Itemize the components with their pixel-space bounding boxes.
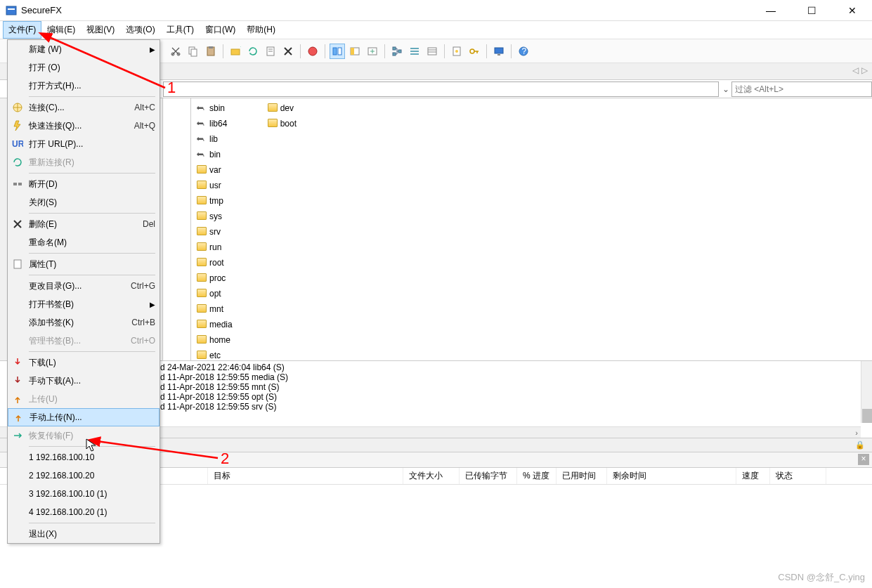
menu-item[interactable]: 2 192.168.100.20: [8, 466, 160, 485]
menu-选项(O)[interactable]: 选项(O): [120, 21, 160, 39]
file-item[interactable]: media: [197, 318, 233, 332]
menu-item[interactable]: 手动上传(N)...: [8, 408, 160, 426]
svg-rect-39: [14, 260, 21, 268]
toolbar-help-icon[interactable]: ?: [516, 44, 531, 59]
menu-item[interactable]: 4 192.168.100.20 (1): [8, 503, 160, 521]
file-item[interactable]: tmp: [197, 194, 233, 208]
menu-item[interactable]: 连接(C)...Alt+C: [8, 98, 160, 117]
transfer-col-header[interactable]: 状态: [770, 468, 826, 484]
path-dropdown-icon[interactable]: ⌄: [720, 84, 731, 94]
file-item[interactable]: home: [197, 333, 233, 347]
transfer-col-header[interactable]: 速度: [736, 468, 770, 484]
globe-icon: [11, 102, 25, 113]
file-name: etc: [209, 351, 221, 360]
toolbar-options-icon[interactable]: [449, 44, 464, 59]
upload2-icon: [11, 412, 25, 423]
file-item[interactable]: proc: [197, 271, 233, 285]
log-line: d 24-Mar-2021 22:46:04 lib64 (S): [160, 362, 869, 372]
menu-item[interactable]: 删除(E)Del: [8, 215, 160, 233]
menu-item[interactable]: 1 192.168.100.10: [8, 448, 160, 466]
menu-item[interactable]: URL打开 URL(P)...: [8, 135, 160, 153]
toolbar-key-icon[interactable]: [467, 44, 482, 59]
transfer-col-header[interactable]: 已用时间: [557, 468, 607, 484]
file-item[interactable]: sys: [197, 209, 233, 223]
menu-item[interactable]: 更改目录(G)...Ctrl+G: [8, 277, 160, 295]
file-item[interactable]: run: [197, 240, 233, 254]
transfer-col-header[interactable]: 目标: [208, 468, 403, 484]
file-item[interactable]: root: [197, 256, 233, 270]
transfer-col-header[interactable]: 文件大小: [403, 468, 460, 484]
filter-input[interactable]: [731, 81, 872, 97]
file-item[interactable]: ⮪sbin: [197, 101, 233, 115]
file-item[interactable]: ⮪lib: [197, 132, 233, 146]
close-button[interactable]: ✕: [838, 2, 866, 19]
toolbar-monitor-icon[interactable]: [491, 44, 507, 59]
file-name: sys: [209, 211, 222, 221]
menu-item[interactable]: 退出(X): [8, 525, 160, 543]
url-icon: URL: [11, 138, 25, 150]
toolbar-tree-icon[interactable]: [389, 44, 405, 59]
file-item[interactable]: dev: [268, 101, 297, 115]
tab-prev-icon[interactable]: ◁: [852, 65, 859, 75]
transfer-col-header[interactable]: % 进度: [517, 468, 557, 484]
menu-视图(V)[interactable]: 视图(V): [81, 21, 120, 39]
path-input[interactable]: [163, 81, 719, 97]
transfer-col-header[interactable]: 已传输字节: [460, 468, 517, 484]
toolbar-props-icon[interactable]: [263, 44, 278, 59]
transfer-col-header[interactable]: 剩余时间: [607, 468, 736, 484]
menu-item[interactable]: 属性(T): [8, 255, 160, 273]
file-item[interactable]: usr: [197, 178, 233, 192]
toolbar-list-icon[interactable]: [424, 44, 440, 59]
menu-item[interactable]: 快速连接(Q)...Alt+Q: [8, 117, 160, 135]
menu-item[interactable]: 新建 (W)▶: [8, 40, 160, 58]
toolbar-refresh-icon[interactable]: [245, 44, 261, 59]
menu-item[interactable]: 下载(L): [8, 353, 160, 372]
file-item[interactable]: ⮪bin: [197, 148, 233, 162]
minimize-button[interactable]: —: [757, 2, 785, 19]
maximize-button[interactable]: ☐: [798, 2, 826, 19]
transfer-close-icon[interactable]: ×: [858, 454, 869, 465]
toolbar-new-folder-icon[interactable]: ＊: [228, 44, 243, 59]
menu-separator: [29, 173, 155, 174]
lock-icon: 🔒: [855, 440, 865, 450]
menu-帮助(H)[interactable]: 帮助(H): [241, 21, 281, 39]
toolbar-paste-icon[interactable]: [203, 44, 219, 59]
file-name: var: [209, 165, 221, 175]
log-vscroll[interactable]: [861, 361, 872, 423]
file-item[interactable]: etc: [197, 348, 233, 360]
toolbar-stop-icon[interactable]: [305, 44, 320, 59]
toolbar-copy-icon[interactable]: [186, 44, 201, 59]
file-item[interactable]: var: [197, 163, 233, 177]
file-item[interactable]: boot: [268, 117, 297, 131]
menu-item-label: 手动下载(A)...: [29, 375, 155, 387]
log-line: d 11-Apr-2018 12:59:55 srv (S): [160, 402, 869, 412]
menu-item[interactable]: 手动下载(A)...: [8, 372, 160, 390]
menu-item[interactable]: 打开方式(H)...: [8, 77, 160, 95]
menu-item[interactable]: 重命名(M): [8, 233, 160, 251]
file-item[interactable]: srv: [197, 225, 233, 239]
file-item[interactable]: mnt: [197, 302, 233, 316]
menu-item[interactable]: 3 192.168.100.10 (1): [8, 485, 160, 503]
svg-rect-1: [8, 8, 15, 10]
toolbar-delete-icon[interactable]: [280, 44, 296, 59]
toolbar-layout-local-icon[interactable]: [347, 44, 363, 59]
svg-rect-7: [209, 46, 213, 48]
menu-item[interactable]: 添加书签(K)Ctrl+B: [8, 313, 160, 332]
toolbar-queue-icon[interactable]: [407, 44, 422, 59]
toolbar-cut-icon[interactable]: [168, 44, 183, 59]
file-item[interactable]: opt: [197, 287, 233, 301]
menu-工具(T)[interactable]: 工具(T): [161, 21, 200, 39]
menu-文件(F)[interactable]: 文件(F): [3, 21, 41, 39]
tab-next-icon[interactable]: ▷: [861, 65, 868, 75]
menu-item[interactable]: 打开书签(B)▶: [8, 295, 160, 313]
menu-窗口(W)[interactable]: 窗口(W): [200, 21, 241, 39]
menu-编辑(E)[interactable]: 编辑(E): [41, 21, 81, 39]
menu-item[interactable]: 打开 (O): [8, 58, 160, 77]
folder-icon: [268, 103, 278, 113]
menu-item[interactable]: 断开(D): [8, 175, 160, 193]
log-line: d 11-Apr-2018 12:59:55 mnt (S): [160, 382, 869, 392]
toolbar-sync-icon[interactable]: [365, 44, 380, 59]
file-item[interactable]: ⮪lib64: [197, 117, 233, 131]
menu-item[interactable]: 关闭(S): [8, 193, 160, 211]
toolbar-layout-split-icon[interactable]: [330, 44, 345, 59]
